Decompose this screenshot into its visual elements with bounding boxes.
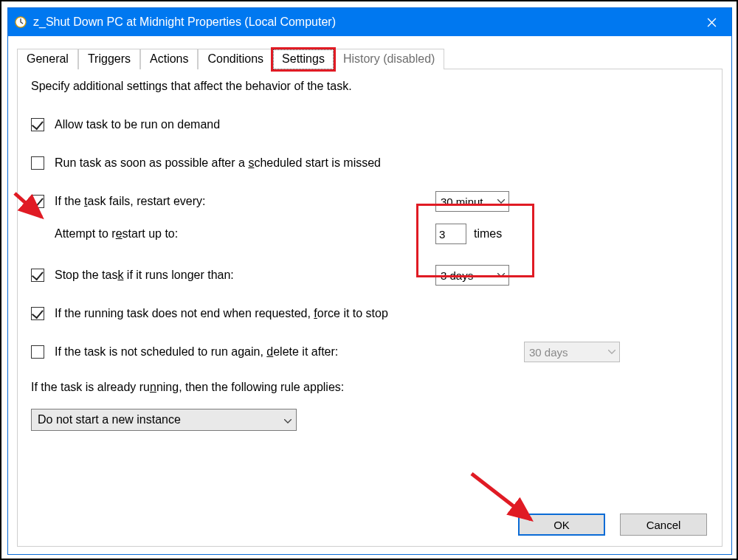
titlebar: z_Shut Down PC at Midnight Properties (L… — [8, 8, 731, 36]
stop-duration-dropdown[interactable]: 3 days — [435, 265, 509, 286]
tab-actions[interactable]: Actions — [140, 49, 198, 69]
tab-general[interactable]: General — [17, 49, 78, 69]
delete-after-dropdown: 30 days — [524, 342, 620, 362]
force-stop-checkbox[interactable] — [31, 307, 44, 320]
run-asap-label: Run task as soon as possible after a sch… — [55, 156, 381, 170]
window-title: z_Shut Down PC at Midnight Properties (L… — [33, 15, 694, 29]
chevron-down-icon — [497, 197, 506, 206]
attempt-unit-label: times — [474, 227, 502, 241]
allow-on-demand-checkbox[interactable] — [31, 118, 44, 131]
already-running-rule-label: If the task is already running, then the… — [31, 381, 344, 394]
chevron-down-icon — [497, 271, 506, 280]
tab-conditions[interactable]: Conditions — [198, 49, 273, 69]
settings-intro: Specify additional settings that affect … — [31, 80, 708, 93]
allow-on-demand-label: Allow task to be run on demand — [55, 118, 220, 131]
chevron-down-icon — [284, 413, 292, 426]
clock-icon — [14, 15, 27, 29]
settings-tab-page: Specify additional settings that affect … — [17, 69, 723, 547]
stop-if-longer-label: Stop the task if it runs longer than: — [55, 269, 234, 282]
stop-if-longer-checkbox[interactable] — [31, 269, 44, 282]
cancel-button[interactable]: Cancel — [620, 514, 707, 536]
close-icon — [707, 18, 717, 27]
restart-if-fail-label: If the task fails, restart every: — [55, 195, 206, 208]
close-button[interactable] — [694, 8, 728, 36]
already-running-rule-dropdown[interactable]: Do not start a new instance — [31, 409, 297, 431]
delete-after-label: If the task is not scheduled to run agai… — [55, 345, 338, 359]
chevron-down-icon — [607, 348, 616, 356]
restart-if-fail-checkbox[interactable] — [31, 195, 44, 208]
tab-settings[interactable]: Settings — [273, 49, 334, 69]
attempt-up-to-label: Attempt to restart up to: — [55, 227, 178, 241]
tabstrip: General Triggers Actions Conditions Sett… — [17, 45, 723, 69]
delete-after-checkbox[interactable] — [31, 345, 44, 359]
tab-triggers[interactable]: Triggers — [78, 49, 140, 69]
run-asap-checkbox[interactable] — [31, 156, 44, 170]
ok-button[interactable]: OK — [518, 514, 605, 536]
force-stop-label: If the running task does not end when re… — [55, 307, 388, 320]
svg-line-2 — [472, 474, 531, 519]
tab-history[interactable]: History (disabled) — [334, 49, 444, 69]
restart-interval-dropdown[interactable]: 30 minut — [435, 191, 509, 212]
properties-dialog: z_Shut Down PC at Midnight Properties (L… — [7, 7, 732, 555]
attempt-count-input[interactable]: 3 — [435, 224, 466, 244]
